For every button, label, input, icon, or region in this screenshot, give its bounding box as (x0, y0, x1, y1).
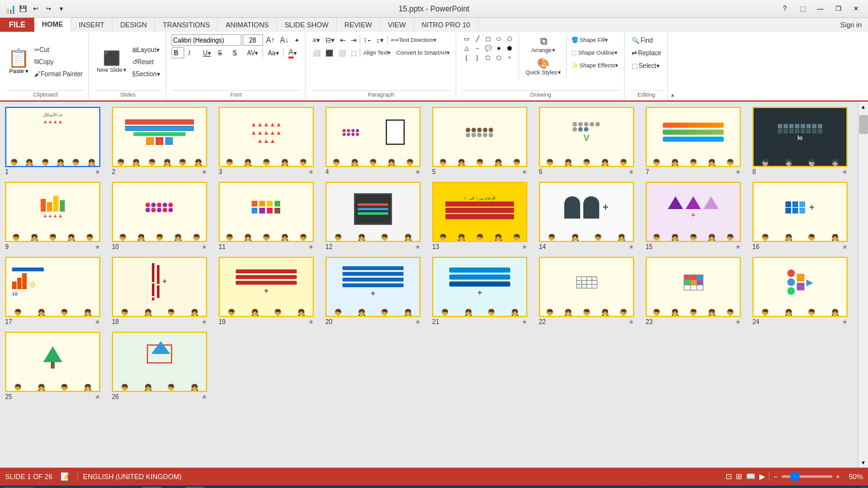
shape-rounded-rect[interactable]: ▢ (483, 34, 493, 43)
ribbon-expand-button[interactable]: ▲ (670, 92, 675, 98)
shape-oval[interactable]: ⬭ (494, 34, 504, 43)
scroll-up-button[interactable]: ▲ (858, 102, 869, 112)
align-left-button[interactable]: ⬜ (311, 47, 322, 58)
close-button[interactable]: ✕ (849, 3, 863, 15)
font-size-input[interactable] (243, 34, 263, 46)
slide-thumb-4[interactable]: 👦👧👦👧👦 (325, 107, 421, 167)
slide-item-21[interactable]: + 👦👧👦👧 21 ★ (432, 257, 532, 325)
slide-thumb-12[interactable]: 👦👧👦👧 (325, 182, 421, 242)
slide-item-2[interactable]: 👦👧👦👧👦👧 2 ★ (112, 107, 212, 175)
slide-thumb-5[interactable]: 👦👧👦👧👦 (432, 107, 527, 167)
redo-button[interactable]: ↪ (43, 4, 53, 14)
new-slide-dropdown[interactable]: ▾ (123, 67, 126, 73)
slide-thumb-1[interactable]: عد الأشكال ▲▲▲▲ 👦👧👦👧👦👧 (5, 107, 100, 167)
slide-item-9[interactable]: ▲▲▲▲ 👦👧👦👧👦 9 ★ (5, 182, 105, 250)
shape-brace[interactable]: } (472, 53, 482, 62)
copy-button[interactable]: ⧉ Copy (32, 56, 85, 67)
strikethrough-button[interactable]: S (215, 47, 228, 58)
slideshow-button[interactable]: ▶ (759, 472, 765, 481)
slide-item-23[interactable]: 👦👧👦👧👦 23 ★ (646, 257, 746, 325)
slide-item-10[interactable]: 👦👧👦👧👦 10 ★ (112, 182, 212, 250)
slide-item-8[interactable]: lo 👦👧👦👧 8 ★ (752, 107, 853, 175)
select-button[interactable]: ⬚ Select▾ (630, 60, 661, 71)
slide-thumb-18[interactable]: + 👦👧👦👧 (112, 257, 207, 317)
slide-item-11[interactable]: 👦👧👦👧👦 11 ★ (219, 182, 319, 250)
font-name-input[interactable] (172, 34, 241, 46)
paste-dropdown[interactable]: ▾ (25, 68, 29, 74)
slide-item-6[interactable]: V 👦👧👦👧👦 6 ★ (539, 107, 639, 175)
cut-button[interactable]: ✂ Cut (32, 44, 85, 55)
vertical-scrollbar[interactable]: ▲ ▼ (858, 102, 868, 468)
slide-thumb-20[interactable]: + 👦👧👦👧 (325, 257, 421, 317)
sign-in-button[interactable]: Sign in (834, 18, 868, 32)
arrange-button[interactable]: ⧉ Arrange ▾ (523, 34, 564, 55)
format-painter-button[interactable]: 🖌 Format Painter (32, 68, 85, 79)
numbering-button[interactable]: ⊟▾ (323, 34, 337, 46)
slide-item-7[interactable]: 👦👧👦👧👦 7 ★ (646, 107, 746, 175)
slide-item-1[interactable]: عد الأشكال ▲▲▲▲ 👦👧👦👧👦👧 1 (5, 107, 105, 175)
underline-button[interactable]: U▾ (201, 47, 214, 58)
slide-thumb-7[interactable]: 👦👧👦👧👦 (646, 107, 741, 167)
shape-star[interactable]: ★ (494, 44, 504, 53)
shape-more1[interactable]: ⬡ (505, 34, 515, 43)
shape-pentagon[interactable]: ⬠ (483, 53, 493, 62)
slide-thumb-25[interactable]: 👦👧👦👧 (5, 332, 100, 392)
normal-view-button[interactable]: ⊡ (726, 472, 732, 481)
increase-indent[interactable]: ⇥ (349, 34, 358, 46)
ribbon-display-button[interactable]: ⬚ (796, 3, 810, 15)
reset-button[interactable]: ↺ Reset (130, 56, 162, 67)
slides-panel[interactable]: عد الأشكال ▲▲▲▲ 👦👧👦👧👦👧 1 (0, 102, 858, 468)
slide-thumb-11[interactable]: 👦👧👦👧👦 (219, 182, 314, 242)
tab-nitro[interactable]: NITRO PRO 10 (414, 18, 478, 32)
slide-thumb-15[interactable]: + 👦👧👦👧👦 (646, 182, 741, 242)
section-button[interactable]: § Section ▾ (130, 68, 162, 79)
shape-callout[interactable]: 💬 (483, 44, 493, 53)
shape-line[interactable]: ╱ (472, 34, 482, 43)
tab-animations[interactable]: ANIMATIONS (218, 18, 277, 32)
replace-button[interactable]: ⇄ Replace (630, 47, 663, 58)
layout-button[interactable]: ⊞ Layout ▾ (130, 44, 162, 55)
tab-slideshow[interactable]: SLIDE SHOW (277, 18, 337, 32)
slide-thumb-10[interactable]: 👦👧👦👧👦 (112, 182, 207, 242)
shape-outline-button[interactable]: ⬚ Shape Outline▾ (569, 47, 620, 58)
customize-qat[interactable]: ▾ (56, 4, 66, 14)
tab-transitions[interactable]: TRANSITIONS (155, 18, 218, 32)
slide-thumb-26[interactable]: 👦👧👦👧 (112, 332, 207, 392)
slide-thumb-22[interactable]: 👦👧👦👧👦 (539, 257, 634, 317)
maximize-button[interactable]: ❐ (831, 3, 845, 15)
slide-thumb-14[interactable]: + 👦👧👦👧 (539, 182, 634, 242)
slide-item-12[interactable]: 👦👧👦👧 12 ★ (325, 182, 426, 250)
slide-thumb-2[interactable]: 👦👧👦👧👦👧 (112, 107, 207, 167)
slide-item-14[interactable]: + 👦👧👦👧 14 ★ (539, 182, 639, 250)
slide-item-24[interactable]: ▶ 👦👧👦👧 24 ★ (752, 257, 853, 325)
slide-thumb-21[interactable]: + 👦👧👦👧 (432, 257, 527, 317)
slide-item-16[interactable]: + 👦👧👦👧 16 ★ (752, 182, 853, 250)
bullets-button[interactable]: ≡▾ (311, 34, 322, 46)
scroll-down-button[interactable]: ▼ (858, 458, 869, 468)
justify-button[interactable]: ⬚ (349, 47, 358, 58)
file-tab[interactable]: FILE (0, 18, 34, 32)
minimize-button[interactable]: — (813, 3, 827, 15)
slide-thumb-9[interactable]: ▲▲▲▲ 👦👧👦👧👦 (5, 182, 100, 242)
slide-thumb-3[interactable]: ▲▲▲▲▲ ▲▲▲▲▲ ▲▲▲ 👦👧👦👧👦 (219, 107, 314, 167)
slide-item-5[interactable]: 👦👧👦👧👦 5 ★ (432, 107, 532, 175)
change-case-button[interactable]: Aa▾ (265, 47, 281, 58)
align-right-button[interactable]: ⬜ (336, 47, 348, 58)
columns-button[interactable]: ⫶▾ (362, 34, 373, 46)
new-slide-button[interactable]: ⬛ New Slide ▾ (94, 42, 129, 81)
smart-art-button[interactable]: Align Text▾ (362, 47, 393, 58)
reading-view-button[interactable]: 📖 (746, 472, 756, 481)
slide-item-3[interactable]: ▲▲▲▲▲ ▲▲▲▲▲ ▲▲▲ 👦👧👦👧👦 3 ★ (219, 107, 319, 175)
shape-more2[interactable]: ⬟ (505, 44, 515, 53)
slide-item-19[interactable]: + 👦👧👦👧 19 ★ (219, 257, 319, 325)
italic-button[interactable]: I (186, 47, 199, 58)
shape-fill-button[interactable]: 🪣 Shape Fill▾ (569, 34, 620, 46)
scroll-track[interactable] (858, 112, 869, 458)
quick-styles-button[interactable]: 🎨 Quick Styles ▾ (523, 56, 564, 77)
bold-button[interactable]: B (172, 47, 184, 58)
shape-effects-button[interactable]: ✨ Shape Effects▾ (569, 60, 620, 71)
help-button[interactable]: ? (778, 3, 792, 15)
tab-view[interactable]: VIEW (380, 18, 414, 32)
slide-thumb-24[interactable]: ▶ 👦👧👦👧 (752, 257, 848, 317)
slide-thumb-16[interactable]: + 👦👧👦👧 (752, 182, 848, 242)
